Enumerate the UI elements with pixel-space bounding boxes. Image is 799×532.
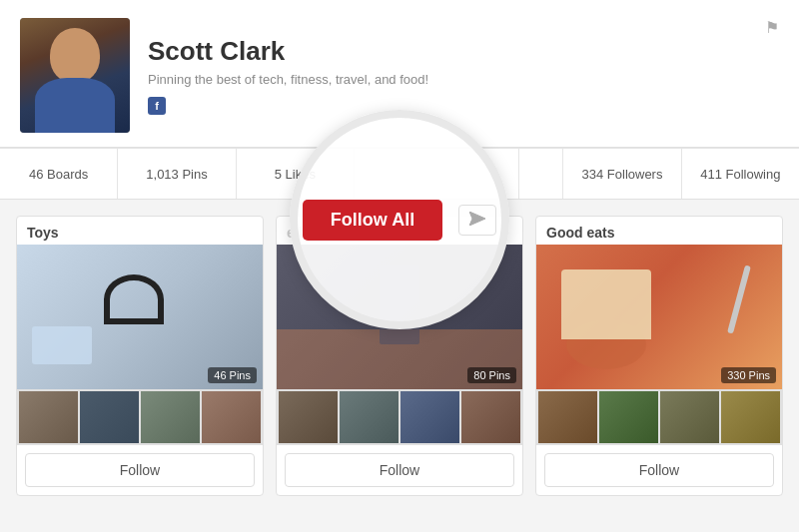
pins-badge-toys: 46 Pins — [208, 367, 257, 383]
board-thumbs-house — [277, 389, 522, 445]
profile-section: Scott Clark Pinning the best of tech, fi… — [0, 0, 799, 148]
pins-stat[interactable]: 1,013 Pins — [118, 149, 236, 199]
door-shape — [380, 265, 419, 344]
thumb-4 — [202, 391, 261, 443]
stats-bar: 46 Boards 1,013 Pins 5 Likes 334 Followe… — [0, 148, 799, 200]
follow-button-house[interactable]: Follow — [285, 453, 514, 487]
board-main-image-eats: 330 Pins — [536, 245, 782, 389]
thumb-h3 — [400, 391, 459, 443]
send-stat[interactable] — [519, 149, 563, 199]
profile-name: Scott Clark — [148, 36, 779, 67]
profile-bio: Pinning the best of tech, fitness, trave… — [148, 72, 779, 87]
board-main-image-toys: 46 Pins — [17, 245, 263, 389]
thumb-2 — [80, 391, 139, 443]
follow-button-toys[interactable]: Follow — [25, 453, 255, 487]
board-thumbs-eats — [536, 389, 782, 445]
thumb-3 — [141, 391, 200, 443]
facebook-icon[interactable]: f — [148, 97, 166, 115]
avatar-image — [20, 18, 130, 133]
thumb-1 — [19, 391, 78, 443]
avatar — [20, 18, 130, 133]
thumb-e2 — [599, 391, 658, 443]
thumb-h4 — [461, 391, 520, 443]
board-card-toys: Toys 46 Pins Follow — [16, 216, 264, 496]
food-fork — [727, 265, 751, 333]
thumb-h1 — [279, 391, 338, 443]
follow-all-stat[interactable] — [355, 149, 519, 199]
pins-badge-eats: 330 Pins — [721, 367, 776, 383]
profile-social: f — [148, 97, 779, 115]
boards-stat[interactable]: 46 Boards — [0, 149, 118, 199]
board-main-image-house: 80 Pins — [277, 245, 522, 389]
flag-icon[interactable]: ⚑ — [765, 18, 779, 37]
pins-badge-house: 80 Pins — [467, 367, 516, 383]
thumb-e3 — [660, 391, 719, 443]
headphone-decoration — [104, 274, 164, 324]
board-card-house: e house 80 Pins Follow — [276, 216, 523, 496]
board-title-house: e house — [277, 217, 522, 245]
laptop-decoration — [32, 326, 92, 364]
board-title-toys: Toys — [17, 217, 263, 245]
thumb-h2 — [340, 391, 399, 443]
thumb-e1 — [538, 391, 597, 443]
board-title-eats: Good eats — [536, 217, 782, 245]
following-stat[interactable]: 411 Following — [682, 149, 799, 199]
boards-section: Toys 46 Pins Follow e house 80 Pins — [0, 200, 799, 496]
follow-button-eats[interactable]: Follow — [544, 453, 774, 487]
thumb-e4 — [721, 391, 780, 443]
followers-stat[interactable]: 334 Followers — [563, 149, 681, 199]
likes-stat[interactable]: 5 Likes — [237, 149, 355, 199]
board-thumbs-toys — [17, 389, 263, 445]
cake-decoration — [561, 269, 651, 339]
board-card-eats: Good eats 330 Pins Follow — [535, 216, 783, 496]
profile-info: Scott Clark Pinning the best of tech, fi… — [148, 36, 779, 115]
